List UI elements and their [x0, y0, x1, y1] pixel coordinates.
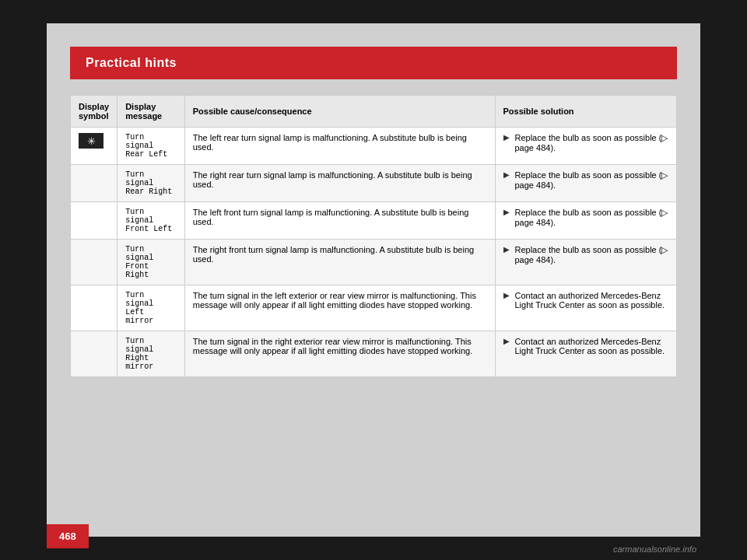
cell-cause: The right front turn signal lamp is malf… [184, 240, 495, 285]
cell-cause: The turn signal in the right exterior re… [184, 331, 495, 377]
content-area: Display symbol Display message Possible … [47, 95, 700, 377]
page-number: 468 [47, 524, 89, 548]
arrow-icon: ▶ [503, 337, 510, 345]
cell-message: Turn signal Front Left [117, 202, 185, 240]
cell-solution: ▶Replace the bulb as soon as possible (▷… [495, 128, 677, 165]
watermark-text: carmanualsonline.info [613, 544, 696, 554]
arrow-icon: ▶ [503, 208, 510, 216]
table-row: Turn signal Front LeftThe left front tur… [71, 202, 677, 240]
turn-signal-icon: ✳ [79, 133, 103, 149]
arrow-icon: ▶ [503, 170, 510, 179]
arrow-icon: ▶ [503, 245, 510, 254]
table-row: Turn signal Right mirrorThe turn signal … [71, 331, 677, 377]
cell-solution: ▶Replace the bulb as soon as possible (▷… [495, 240, 677, 285]
table-row: Turn signal Front RightThe right front t… [71, 240, 677, 285]
cell-message: Turn signal Rear Right [117, 165, 185, 202]
cell-solution: ▶Contact an authorized Mercedes-Benz Lig… [495, 285, 677, 331]
solution-text: Replace the bulb as soon as possible (▷ … [515, 133, 669, 152]
cell-symbol [71, 331, 117, 377]
table-row: Turn signal Rear RightThe right rear tur… [71, 165, 677, 202]
cell-symbol [71, 202, 117, 240]
col-header-cause: Possible cause/consequence [184, 96, 495, 128]
page: Practical hints Display symbol Display m… [47, 23, 700, 537]
cell-solution: ▶Contact an authorized Mercedes-Benz Lig… [495, 331, 677, 377]
solution-text: Contact an authorized Mercedes-Benz Ligh… [515, 337, 669, 355]
cell-message: Turn signal Front Right [117, 240, 185, 285]
cell-cause: The left rear turn signal lamp is malfun… [184, 128, 495, 165]
col-header-message: Display message [117, 96, 185, 128]
solution-text: Replace the bulb as soon as possible (▷ … [515, 245, 669, 264]
arrow-icon: ▶ [503, 133, 510, 142]
cell-cause: The right rear turn signal lamp is malfu… [184, 165, 495, 202]
solution-text: Replace the bulb as soon as possible (▷ … [515, 170, 669, 190]
cell-message: Turn signal Right mirror [117, 331, 185, 377]
arrow-icon: ▶ [503, 291, 510, 299]
header-bar: Practical hints [70, 47, 677, 79]
cell-symbol [71, 285, 117, 331]
table-header-row: Display symbol Display message Possible … [71, 96, 677, 128]
cell-message: Turn signal Left mirror [117, 285, 185, 331]
col-header-solution: Possible solution [495, 96, 677, 128]
cell-cause: The turn signal in the left exterior or … [184, 285, 495, 331]
solution-text: Replace the bulb as soon as possible (▷ … [515, 208, 669, 227]
cell-solution: ▶Replace the bulb as soon as possible (▷… [495, 165, 677, 202]
cell-symbol: ✳ [71, 128, 117, 165]
main-table: Display symbol Display message Possible … [70, 95, 677, 377]
table-row: ✳Turn signal Rear LeftThe left rear turn… [71, 128, 677, 165]
page-title: Practical hints [86, 56, 661, 70]
cell-message: Turn signal Rear Left [117, 128, 185, 165]
cell-symbol [71, 240, 117, 285]
col-header-symbol: Display symbol [71, 96, 117, 128]
cell-cause: The left front turn signal lamp is malfu… [184, 202, 495, 240]
table-row: Turn signal Left mirrorThe turn signal i… [71, 285, 677, 331]
cell-solution: ▶Replace the bulb as soon as possible (▷… [495, 202, 677, 240]
solution-text: Contact an authorized Mercedes-Benz Ligh… [515, 291, 669, 310]
cell-symbol [71, 165, 117, 202]
